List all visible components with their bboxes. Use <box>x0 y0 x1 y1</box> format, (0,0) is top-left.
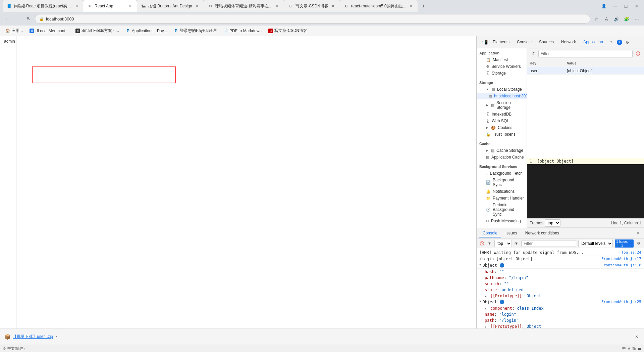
close-button[interactable]: ✕ <box>632 1 641 11</box>
more-button[interactable]: ⋯ <box>632 14 641 24</box>
reload-button[interactable]: ↻ <box>24 14 34 24</box>
devtools-tab-more[interactable]: » <box>607 38 616 46</box>
bookmark-paypal-favicon: P <box>174 29 178 33</box>
component-arrow[interactable]: ▶ <box>485 307 486 310</box>
console-source-4[interactable]: FrontendAuth.js:25 <box>599 300 641 304</box>
url-bar[interactable]: 🔒 localhost:3000 <box>35 14 590 24</box>
devtools-tab-elements[interactable]: Elements <box>489 38 513 46</box>
tab-6-close[interactable]: ✕ <box>408 3 414 9</box>
bookmark-pdf[interactable]: 📄 PDF to Markdown <box>221 27 264 35</box>
download-close-button[interactable]: ✕ <box>633 334 640 340</box>
sidebar-item-websql[interactable]: 🗄 Web SQL <box>477 118 527 124</box>
console-text-4: Object 🔵 <box>482 300 598 304</box>
bookmark-apps[interactable]: 🏠 应用... <box>3 27 25 35</box>
profile-icon[interactable]: 👤 <box>598 1 609 11</box>
bookmark-star-button[interactable]: ☆ <box>592 14 601 24</box>
table-row[interactable]: user [object Object] <box>527 67 644 75</box>
devtools-more-button[interactable]: ⋮ <box>633 38 641 46</box>
prototype1-arrow[interactable]: ▶ <box>485 295 486 298</box>
console-clear-button[interactable]: 🚫 <box>479 240 485 247</box>
sidebar-item-indexeddb[interactable]: 🗄 IndexedDB <box>477 111 527 118</box>
devtools-tab-sources[interactable]: Sources <box>536 38 557 46</box>
tab-4-close[interactable]: ✕ <box>275 3 280 9</box>
console-source-2[interactable]: FrontendAuth.js:17 <box>599 257 641 261</box>
app-cache-icon: ▤ <box>486 155 489 160</box>
console-panel-close-button[interactable]: ✕ <box>635 230 641 237</box>
tab-6[interactable]: C react-router-dom5.0的路由拦... ✕ <box>340 0 418 12</box>
sidebar-item-trust-tokens[interactable]: 🔒 Trust Tokens <box>477 131 527 138</box>
download-arrow[interactable]: ∧ <box>55 335 58 339</box>
extensions-button[interactable]: 🧩 <box>622 14 631 24</box>
new-tab-button[interactable]: + <box>419 1 428 11</box>
bookmark-csdn[interactable]: C 写文章-CSDN博客 <box>266 27 310 35</box>
filter-input[interactable] <box>538 50 633 57</box>
sidebar-item-app-cache[interactable]: ▤ Application Cache <box>477 154 527 161</box>
back-button[interactable]: ← <box>3 14 12 24</box>
minimize-button[interactable]: ─ <box>610 1 620 11</box>
devtools-close-button[interactable]: ✕ <box>642 38 644 46</box>
console-source-3[interactable]: FrontendAuth.js:18 <box>599 263 641 267</box>
prototype2-arrow[interactable]: ▶ <box>485 325 486 328</box>
devtools-tab-application[interactable]: Application <box>580 38 606 46</box>
tab-3-close[interactable]: ✕ <box>194 3 200 9</box>
sidebar-item-service-workers[interactable]: ⚙ Service Workers <box>477 63 527 70</box>
ime-latin-label[interactable]: A <box>628 347 630 351</box>
tab-1-close[interactable]: ✕ <box>74 3 79 9</box>
sidebar-item-cookies[interactable]: ▶ 🍪 Cookies <box>477 124 527 131</box>
download-bar: 📦 【批量下载】user...zip ∧ ✕ <box>0 328 644 345</box>
ime-menu-icon[interactable]: ☰ <box>638 346 641 351</box>
sidebar-item-cache-storage[interactable]: ▶ ▤ Cache Storage <box>477 147 527 154</box>
expand-arrow-1[interactable]: ▼ <box>479 263 481 266</box>
tab-3-favicon: 🐜 <box>141 3 146 9</box>
page-content <box>17 36 476 328</box>
console-source-1[interactable]: log.js:24 <box>619 250 641 255</box>
tab-3[interactable]: 🐜 按钮 Button - Ant Design ✕ <box>137 0 204 12</box>
sidebar-item-local-storage[interactable]: ▼ ▤ Local Storage <box>477 86 527 93</box>
console-filter-input[interactable] <box>521 240 576 247</box>
sidebar-item-bg-fetch[interactable]: ↕ Background Fetch <box>477 170 527 177</box>
frames-select[interactable]: top <box>545 219 560 227</box>
devtools-inspect-button[interactable]: ⬚ <box>479 38 483 46</box>
sidebar-item-push-messaging[interactable]: ✉ Push Messaging <box>477 218 527 224</box>
console-tab-network-conditions[interactable]: Network conditions <box>522 229 562 237</box>
read-aloud-button[interactable]: 🔊 <box>612 14 621 24</box>
console-live-expression-button[interactable]: 👁 <box>487 240 493 247</box>
console-level-select[interactable]: Default levels <box>578 240 613 247</box>
console-settings-button[interactable]: ⚙ <box>636 240 641 247</box>
maximize-button[interactable]: □ <box>621 1 631 11</box>
sidebar-item-periodic-bg-sync[interactable]: 🕐 Periodic Background Sync <box>477 202 527 218</box>
forward-button[interactable]: → <box>13 14 23 24</box>
console-eye-button[interactable]: 👁 <box>514 240 520 247</box>
ime-chinese-label[interactable]: 中 <box>622 346 626 351</box>
bookmark-dlocal[interactable]: d dLocal Merchant... <box>27 27 71 35</box>
tab-5[interactable]: C 写文章-CSDN博客 ✕ <box>284 0 340 12</box>
download-filename[interactable]: 【批量下载】user...zip <box>13 334 53 340</box>
bookmark-paypal[interactable]: P 登录您的PayPal账户 <box>171 27 219 35</box>
expand-arrow-2[interactable]: ▼ <box>479 300 481 303</box>
devtools-tab-network[interactable]: Network <box>558 38 579 46</box>
translate-button[interactable]: A <box>602 14 611 24</box>
tab-4[interactable]: ✉ 咪咕视频体育频道-精彩赛事在线... ✕ <box>204 0 284 12</box>
sidebar-item-storage[interactable]: 🗄 Storage <box>477 70 527 77</box>
bookmark-applications[interactable]: P Applications - Pay... <box>123 27 170 35</box>
sidebar-item-manifest[interactable]: 📋 Manifest <box>477 56 527 63</box>
sidebar-item-notifications[interactable]: 🔔 Notifications <box>477 188 527 195</box>
sidebar-item-localhost-3000[interactable]: ▤ http://localhost:3000 <box>477 93 527 99</box>
storage-refresh-button[interactable]: ↺ <box>530 50 536 57</box>
tab-2-close[interactable]: ✕ <box>127 3 133 9</box>
devtools-device-button[interactable]: 📱 <box>484 38 489 46</box>
tab-1[interactable]: 📘 尚硅谷React项目教程(react实战...) ✕ <box>3 0 83 12</box>
storage-clear-button[interactable]: 🚫 <box>635 50 641 57</box>
console-tab-issues[interactable]: Issues <box>502 229 521 237</box>
sidebar-item-payment-handler[interactable]: 📁 Payment Handler <box>477 195 527 202</box>
sidebar-item-session-storage[interactable]: ▶ ▤ Session Storage <box>477 99 527 111</box>
ime-simplified-label[interactable]: 简 <box>632 346 636 351</box>
devtools-settings-button[interactable]: ⚙ <box>624 38 632 46</box>
console-context-select[interactable]: top <box>494 240 512 247</box>
console-tab-console[interactable]: Console <box>479 229 501 237</box>
tab-5-close[interactable]: ✕ <box>330 3 336 9</box>
sidebar-item-bg-sync[interactable]: 🔄 Background Sync <box>477 177 527 188</box>
bookmark-smartfields[interactable]: d Smart Fields方案 - ... <box>73 27 122 35</box>
tab-2[interactable]: ⚛ React App ✕ <box>83 0 137 12</box>
devtools-tab-console[interactable]: Console <box>514 38 535 46</box>
